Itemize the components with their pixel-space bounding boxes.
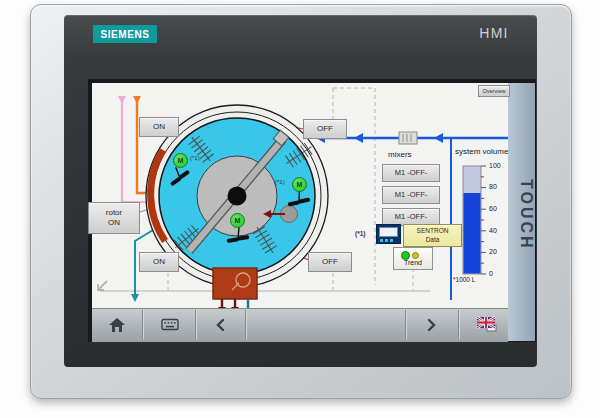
home-button[interactable]	[97, 309, 137, 340]
volume-gauge	[463, 166, 486, 274]
language-flag-icon	[476, 316, 498, 333]
language-button[interactable]	[468, 309, 506, 340]
back-icon	[215, 318, 225, 332]
mixer-indicator-2: M	[230, 213, 245, 228]
mixers-panel-title: mixers	[388, 150, 412, 159]
rotor-on-button[interactable]: rotor ON	[88, 202, 140, 234]
gauge-unit-note: *1000 L	[453, 276, 475, 283]
mixer-m1-button[interactable]: M1 -OFF-	[382, 164, 440, 182]
sentron-led	[380, 239, 383, 242]
sentron-data-button[interactable]: SENTRON Data	[403, 224, 462, 247]
trend-button-label: Trend	[394, 259, 432, 266]
gauge-tick-80: 80	[489, 183, 507, 190]
forward-button[interactable]	[412, 309, 452, 340]
mixer-footnote-1: (*1)	[190, 155, 200, 161]
overview-button[interactable]: Overview	[478, 85, 510, 97]
gauge-tick-0: 0	[489, 270, 507, 277]
gauge-tick-100: 100	[489, 162, 507, 169]
on-bottom-button[interactable]: ON	[139, 252, 179, 272]
trend-button[interactable]: Trend	[393, 247, 433, 270]
sentron-led	[385, 239, 388, 242]
panel-footnote: (*1)	[355, 230, 365, 237]
rotor-hub	[228, 187, 247, 206]
nav-divider	[458, 310, 459, 339]
mixer-m2-button[interactable]: M1 -OFF-	[382, 186, 440, 204]
nav-divider	[142, 310, 143, 339]
back-button[interactable]	[200, 309, 240, 340]
off-bottom-button[interactable]: OFF	[308, 252, 352, 272]
diagonal-arrow-icon	[98, 281, 107, 290]
gauge-tick-20: 20	[489, 248, 507, 255]
mixer-footnote-3: (*1)	[275, 179, 285, 185]
trend-yellow-dot	[412, 252, 419, 259]
nav-divider	[195, 310, 196, 339]
sentron-meter-screen	[379, 227, 398, 237]
keyboard-icon	[161, 318, 179, 331]
touch-strip-label: TOUCH	[508, 83, 535, 341]
sentron-led	[390, 239, 393, 242]
gauge-tick-60: 60	[489, 205, 507, 212]
home-icon	[108, 317, 126, 333]
pump-pins	[218, 299, 252, 308]
keyboard-button[interactable]	[150, 309, 190, 340]
hmi-label: HMI	[470, 23, 518, 43]
on-top-button[interactable]: ON	[139, 117, 179, 137]
device-photo: SIEMENS HMI TOUCH	[0, 0, 600, 418]
gauge-title: system volume	[455, 147, 508, 156]
forward-icon	[427, 318, 437, 332]
pump-box	[213, 268, 257, 308]
pipe-component	[399, 132, 417, 144]
mixer-indicator-1: M	[173, 153, 188, 168]
nav-divider	[405, 310, 406, 339]
siemens-logo: SIEMENS	[93, 25, 157, 43]
gauge-tick-40: 40	[489, 227, 507, 234]
off-top-button[interactable]: OFF	[303, 119, 347, 139]
nav-divider	[245, 310, 246, 339]
mixer-indicator-3: M	[292, 177, 307, 192]
